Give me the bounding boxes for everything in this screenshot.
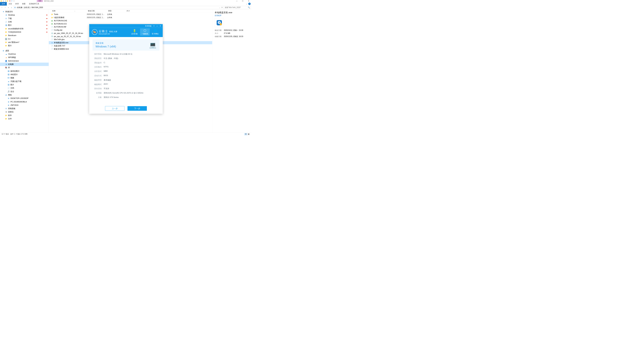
- sidebar-desktop-item-1[interactable]: ☁WPS网盘: [0, 56, 49, 59]
- address-box[interactable]: 🖥 › 此电脑 › 文档 (E:) › Win7x64_2020 ⌵ ⟳: [13, 6, 224, 9]
- ribbon-tab-share[interactable]: 共享: [14, 2, 20, 5]
- sidebar-quick-item-4[interactable]: 📁excel表格制作求和📌: [0, 27, 49, 30]
- ribbon-tab-view[interactable]: 查看: [20, 2, 27, 5]
- minimize-button[interactable]: —: [234, 0, 240, 2]
- sidebar-lib-item-4[interactable]: 🖼图片: [0, 83, 49, 86]
- installer-menu-button[interactable]: ≡: [152, 25, 156, 27]
- breadcrumb-drive[interactable]: 文档 (E:): [24, 6, 30, 9]
- sidebar-quick-item-2[interactable]: 📄文档📌: [0, 20, 49, 23]
- sidebar-desktop-item-0[interactable]: ☁OneDrive: [0, 52, 49, 56]
- ribbon-tab-file[interactable]: 文件: [0, 2, 7, 5]
- tree-icon: 🖥: [5, 14, 7, 16]
- pin-icon: 📌: [46, 31, 48, 33]
- close-button[interactable]: ✕: [246, 0, 252, 2]
- installer-nav-1[interactable]: 🖵一键装机: [140, 28, 150, 36]
- sidebar-quick-item-5[interactable]: 📁YUNQISHI2019📌: [0, 30, 49, 34]
- sidebar-desktop-item-4[interactable]: 📚库: [0, 66, 49, 69]
- qat-check-icon[interactable]: ✔: [5, 0, 6, 2]
- nav-forward-button[interactable]: →: [4, 6, 6, 9]
- sidebar-quick-item-0[interactable]: 🖥Desktop📌: [0, 13, 49, 17]
- search-icon[interactable]: 🔍: [248, 6, 250, 8]
- file-row[interactable]: 📁U盘安装教程2020/12/25, 星期五 1...文件夹: [49, 16, 212, 19]
- file-name: Tools: [54, 13, 58, 15]
- pin-icon: 📌: [46, 17, 48, 20]
- sidebar-quick-access[interactable]: ★快速访问: [0, 10, 49, 13]
- contact-support-link[interactable]: 联系客服: [144, 25, 152, 27]
- tree-icon: 📁: [5, 41, 7, 43]
- ribbon-tab-apptools[interactable]: 应用程序工具: [27, 2, 41, 5]
- address-refresh-icon[interactable]: ⟳: [221, 6, 223, 8]
- sidebar-lib-item-3[interactable]: ☁天翼云盘下载: [0, 80, 49, 83]
- tree-icon: 📚: [5, 67, 7, 69]
- help-icon[interactable]: ?: [248, 2, 250, 5]
- ribbon-tab-home[interactable]: 主页: [7, 2, 14, 5]
- nav-up-button[interactable]: ↑: [10, 6, 13, 9]
- view-details-button[interactable]: ☰: [244, 133, 247, 135]
- info-key: 处理器: [93, 92, 104, 94]
- breadcrumb-pc[interactable]: 此电脑: [17, 6, 22, 9]
- breadcrumb-sep: ›: [23, 6, 23, 8]
- breadcrumb-folder[interactable]: Win7x64_2020: [32, 6, 43, 8]
- info-key: 磁盘类型: [93, 79, 104, 81]
- sidebar-quick-item-3[interactable]: 🖼图片📌: [0, 24, 49, 27]
- file-name: Config.dat: [54, 29, 62, 31]
- sidebar-quick-item-9[interactable]: 📁图片: [0, 44, 49, 47]
- file-name: pe_yqs_1064_20_07_31_16_04.iso: [54, 32, 83, 34]
- sidebar-lib-item-0[interactable]: 🖼保存的图片: [0, 69, 49, 73]
- sidebar-desktop-item-2[interactable]: 👤Administrator: [0, 59, 49, 62]
- sidebar-lib-item-2[interactable]: 🎞视频: [0, 76, 49, 80]
- sidebar-lib-item-6[interactable]: 🎵音乐: [0, 90, 49, 93]
- sidebar-quick-item-6[interactable]: 📁Bandicam: [0, 34, 49, 37]
- sidebar-network[interactable]: 🖧网络: [0, 93, 49, 97]
- installer-titlebar: 联系客服 ≡ — ✕: [89, 24, 163, 28]
- manage-context-tab[interactable]: 管理: [37, 0, 43, 2]
- installer-logo: 🐎 云骑士 装机大师 www.yunqishi.net: [92, 29, 118, 35]
- prev-step-button[interactable]: 上一步: [105, 106, 124, 111]
- address-dropdown-icon[interactable]: ⌵: [219, 6, 220, 8]
- sidebar-files[interactable]: 📁文件: [0, 117, 49, 120]
- installer-nav-0[interactable]: 🔋启动U盘: [130, 28, 139, 36]
- installer-dialog: 联系客服 ≡ — ✕ 🐎 云骑士 装机大师 www.yunqishi.net 🔋…: [89, 24, 163, 114]
- sidebar-net-item-0[interactable]: 🖥DESKTOP-LSSOEDP: [0, 97, 49, 100]
- column-name[interactable]: 名称 ⌵: [49, 10, 87, 12]
- sidebar-quick-item-8[interactable]: 📁win7重装win7: [0, 40, 49, 44]
- sidebar-quick-item-1[interactable]: ⬇下载📌: [0, 17, 49, 20]
- qat-dropdown-icon[interactable]: ▾: [13, 0, 15, 2]
- info-key: 系统盘符: [93, 61, 104, 64]
- sidebar-lib-item-1[interactable]: 🖼本机照片: [0, 73, 49, 76]
- column-type[interactable]: 类型: [107, 10, 126, 12]
- sidebar-software[interactable]: 📁软件: [0, 114, 49, 117]
- file-row[interactable]: ▣AUTORUN.EXE: [49, 19, 212, 22]
- maximize-button[interactable]: ☐: [240, 0, 246, 2]
- sidebar-quick-item-7[interactable]: 💽G:\: [0, 37, 49, 40]
- installer-nav-2[interactable]: 🌐官方网址: [150, 28, 160, 36]
- sidebar-control-panel[interactable]: ⚙控制面板: [0, 107, 49, 110]
- file-row[interactable]: 📁Tools2020/12/25, 星期五 1...文件夹: [49, 13, 212, 16]
- tree-icon: 🖥: [5, 63, 7, 65]
- view-thumbnails-button[interactable]: ▦: [247, 133, 250, 135]
- column-date[interactable]: 修改日期: [87, 10, 107, 12]
- column-size[interactable]: 大小: [126, 10, 138, 12]
- sidebar-desktop-item-3[interactable]: 🖥此电脑: [0, 62, 49, 66]
- file-name: AUTORUN.INF: [54, 26, 66, 28]
- qat-delete-icon[interactable]: ✖: [9, 0, 10, 2]
- nav-recent-dropdown[interactable]: ▾: [7, 6, 10, 9]
- installer-minimize-button[interactable]: —: [156, 25, 159, 27]
- info-key: 主板: [93, 96, 104, 99]
- sidebar-desktop[interactable]: 🖥桌面: [0, 49, 49, 52]
- sidebar-recycle[interactable]: 🗑回收站: [0, 110, 49, 114]
- tree-label: 天翼云盘下载: [10, 80, 22, 83]
- tree-label: WPS网盘: [8, 56, 16, 59]
- info-key: 分区形式: [93, 70, 104, 73]
- next-step-button[interactable]: 下一步: [128, 106, 147, 111]
- sidebar-net-item-1[interactable]: 🖥PC-20190530OBLA: [0, 100, 49, 103]
- search-box[interactable]: 搜索"Win7x64_2020" 🔍: [224, 6, 251, 9]
- installer-close-button[interactable]: ✕: [159, 25, 162, 27]
- qat-pin-icon[interactable]: 📁: [7, 0, 8, 2]
- nav-back-button[interactable]: ←: [1, 6, 3, 9]
- tree-icon: 📁: [5, 114, 7, 116]
- qat-refresh-icon[interactable]: ⟳: [11, 0, 13, 2]
- sidebar-net-item-2[interactable]: 🖥ZMT2019: [0, 103, 49, 107]
- ribbon-expand-icon[interactable]: ⌵: [246, 2, 248, 5]
- sidebar-lib-item-5[interactable]: 📄文档: [0, 86, 49, 90]
